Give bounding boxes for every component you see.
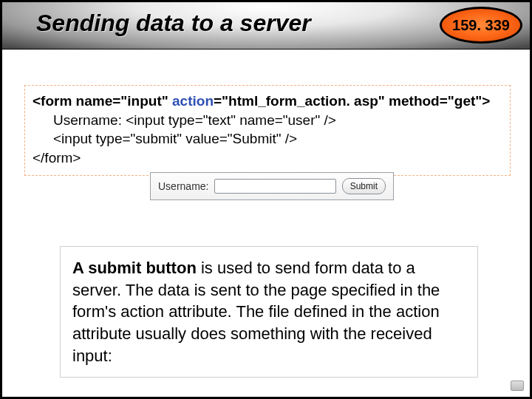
explanation-lead: A submit button bbox=[72, 259, 197, 277]
code-example-box: <form name="input" action="html_form_act… bbox=[24, 85, 511, 176]
code-line-2: Username: <input type="text" name="user"… bbox=[33, 111, 502, 130]
slide-header: Sending data to a server 159. 339 bbox=[2, 2, 530, 50]
code-line-3: <input type="submit" value="Submit" /> bbox=[33, 129, 502, 149]
code-action-keyword: action bbox=[172, 93, 214, 109]
return-icon[interactable] bbox=[511, 381, 524, 391]
username-input[interactable] bbox=[214, 179, 335, 194]
username-label: Username: bbox=[158, 180, 208, 192]
code-line-1-prefix: <form name="input" bbox=[33, 93, 172, 109]
explanation-box: A submit button is used to send form dat… bbox=[60, 246, 478, 378]
page-title: Sending data to a server bbox=[36, 10, 311, 37]
code-line-1-suffix: ="html_form_action. asp" method="get"> bbox=[214, 93, 490, 109]
form-preview: Username: Submit bbox=[150, 172, 394, 200]
submit-button[interactable]: Submit bbox=[342, 178, 386, 194]
slide-number-badge: 159. 339 bbox=[440, 7, 522, 44]
code-line-4: </form> bbox=[33, 150, 81, 166]
